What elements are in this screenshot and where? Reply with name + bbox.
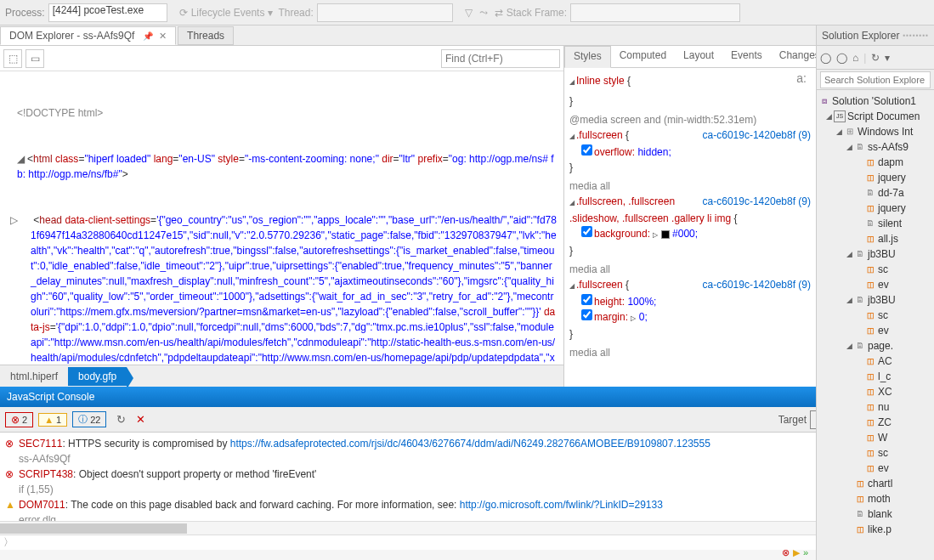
project-icon: JS	[834, 110, 846, 122]
tree-item[interactable]: 🗎blank	[817, 506, 934, 522]
rule-checkbox[interactable]	[581, 144, 592, 156]
tree-item[interactable]: ◫sc	[817, 308, 934, 323]
highlight-icon[interactable]: ▭	[25, 49, 44, 68]
tab-styles[interactable]: Styles	[564, 46, 611, 68]
tree-item[interactable]: ◢🗎jb3BU	[817, 246, 934, 262]
js-icon: ◫	[864, 371, 876, 382]
document-tabs: DOM Explorer - ss-AAfs9Qf 📌 ✕ Threads ▾	[0, 25, 934, 46]
js-icon: ◫	[864, 355, 876, 367]
console-toolbar: ⊗2 ▲1 ⓘ22 ↻ ✕ Target _top: ss-AAfs9Qf	[0, 407, 934, 433]
pin-icon[interactable]: 📌	[143, 31, 153, 41]
solution-title: Solution Explorer	[822, 30, 899, 42]
tree-item[interactable]: ◫ev	[817, 277, 934, 292]
html-node[interactable]: ◢<html class="hiperf loaded" lang="en-US…	[7, 151, 557, 182]
tree-item[interactable]: 🗎dd-7a	[817, 185, 934, 201]
file-icon: 🗎	[864, 218, 876, 229]
swap-icon[interactable]: ⇄	[495, 7, 503, 19]
source-link[interactable]: ca-c6019c-1420eb8f (9)	[703, 277, 811, 292]
tree-item[interactable]: ◫sc	[817, 262, 934, 277]
info-badge[interactable]: ⓘ22	[72, 411, 106, 427]
source-link[interactable]: ca-c6019c-1420eb8f (9)	[703, 127, 811, 143]
stack-select[interactable]	[570, 3, 740, 22]
styles-panel[interactable]: a: ◢Inline style { } @media screen and (…	[564, 68, 816, 387]
tree-item[interactable]: ◫jquery	[817, 201, 934, 216]
filter-icon[interactable]: ▽	[465, 7, 473, 19]
tab-dom-explorer[interactable]: DOM Explorer - ss-AAfs9Qf 📌 ✕	[0, 26, 176, 45]
find-input[interactable]	[441, 49, 560, 68]
error-badge[interactable]: ⊗2	[5, 412, 33, 427]
tree-item[interactable]: ◫ZC	[817, 415, 934, 430]
console-titlebar: JavaScript Console ▾ 📌 ✕	[0, 387, 934, 407]
step-icon[interactable]: »	[803, 547, 808, 558]
media-rule: @media screen and (min-width:52.31em)	[569, 112, 811, 127]
tree-item[interactable]: ◫nu	[817, 399, 934, 415]
js-icon: ◫	[864, 432, 876, 444]
dom-tree[interactable]: <!DOCTYPE html> ◢<html class="hiperf loa…	[0, 71, 563, 365]
rule-checkbox[interactable]	[581, 294, 592, 305]
process-label: Process:	[5, 7, 45, 19]
a11y-button[interactable]: a:	[792, 70, 811, 87]
js-icon: ◫	[864, 233, 876, 245]
debug-toolbar: Process: [4244] pcoeTest.exe ⟳ Lifecycle…	[0, 0, 934, 25]
console-output[interactable]: ⊗SEC7111: HTTPS security is compromised …	[0, 433, 934, 535]
select-element-icon[interactable]: ⬚	[3, 49, 22, 68]
tree-item[interactable]: ◢🗎ss-AAfs9	[817, 139, 934, 155]
tree-item[interactable]: ◫W	[817, 430, 934, 445]
refresh-icon[interactable]: ↻	[871, 52, 880, 64]
js-icon: ◫	[864, 386, 876, 398]
warning-icon: ▲	[5, 497, 19, 512]
file-icon: 🗎	[854, 508, 866, 520]
tree-item[interactable]: ◫like.p	[817, 522, 934, 537]
breadcrumb-body[interactable]: body.gfp	[68, 367, 127, 386]
tree-item[interactable]: ◢🗎jb3BU	[817, 292, 934, 308]
refresh-icon[interactable]: ⟳	[179, 7, 188, 19]
forward-icon[interactable]: ◯	[836, 52, 847, 64]
source-link[interactable]: ca-c6019c-1420eb8f (9)	[703, 194, 811, 209]
tree-item[interactable]: ◫sc	[817, 445, 934, 461]
back-icon[interactable]: ◯	[820, 52, 831, 64]
warning-badge[interactable]: ▲1	[38, 413, 67, 427]
tree-item[interactable]: ◫ev	[817, 323, 934, 338]
tab-layout[interactable]: Layout	[675, 46, 722, 67]
thread-select[interactable]	[317, 3, 453, 22]
tab-threads[interactable]: Threads	[178, 26, 234, 45]
tree-item[interactable]: ◫XC	[817, 384, 934, 399]
tab-computed[interactable]: Computed	[611, 46, 675, 67]
js-icon: ◫	[854, 493, 866, 505]
error-icon: ⊗	[5, 436, 19, 451]
color-swatch[interactable]	[661, 230, 670, 239]
lifecycle-label: Lifecycle Events	[191, 7, 265, 19]
rule-checkbox[interactable]	[581, 226, 592, 237]
js-icon: ◫	[864, 156, 876, 168]
clear-icon[interactable]: ✕	[136, 413, 145, 426]
breadcrumb-html[interactable]: html.hiperf	[0, 367, 68, 386]
tree-item[interactable]: ◫jquery	[817, 170, 934, 185]
tree-item[interactable]: ◫ev	[817, 461, 934, 476]
tree-item[interactable]: ◫chartl	[817, 476, 934, 491]
tree-item[interactable]: ◫moth	[817, 491, 934, 506]
scrollbar[interactable]: 〉	[0, 521, 934, 535]
refresh-icon[interactable]: ↻	[116, 413, 126, 426]
tab-events[interactable]: Events	[722, 46, 771, 67]
solution-tree[interactable]: ⧈Solution 'Solution1 ◢JSScript Documen ◢…	[817, 90, 934, 560]
tree-item[interactable]: ◢🗎page.	[817, 338, 934, 354]
head-node[interactable]: ▷ <head data-client-settings='{"geo_coun…	[7, 212, 557, 365]
home-icon[interactable]: ⌂	[852, 52, 858, 64]
close-icon[interactable]: ✕	[159, 31, 167, 41]
doctype-node[interactable]: <!DOCTYPE html>	[17, 105, 557, 121]
stack-label: Stack Frame:	[507, 7, 567, 19]
tree-item[interactable]: 🗎silent	[817, 216, 934, 231]
styles-tabs: Styles Computed Layout Events Changes	[564, 46, 816, 68]
thread-icon[interactable]: ⤳	[479, 7, 488, 19]
rule-checkbox[interactable]	[581, 309, 592, 320]
play-icon[interactable]: ▶	[793, 547, 800, 558]
process-select[interactable]: [4244] pcoeTest.exe	[48, 3, 167, 22]
tree-item[interactable]: ◫dapm	[817, 155, 934, 170]
tree-item[interactable]: ◫AC	[817, 354, 934, 369]
solution-search[interactable]	[820, 71, 931, 88]
tree-item[interactable]: ◫all.js	[817, 231, 934, 246]
target-label: Target	[778, 414, 807, 426]
tree-item[interactable]: ◫l_c	[817, 369, 934, 384]
js-icon: ◫	[864, 172, 876, 184]
error-icon: ⊗	[782, 547, 790, 558]
